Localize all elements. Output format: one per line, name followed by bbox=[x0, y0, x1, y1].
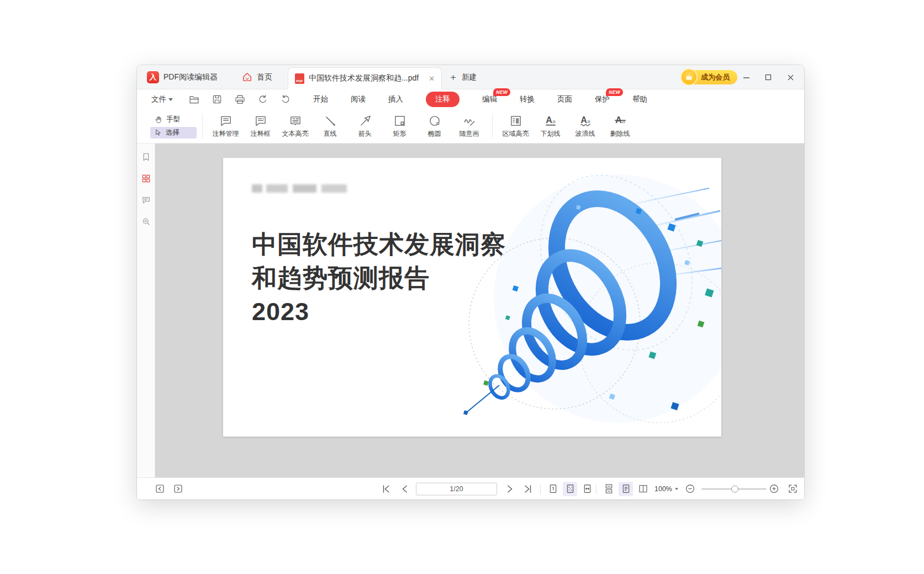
new-tab-button[interactable]: ＋ 新建 bbox=[448, 71, 477, 83]
redo-icon[interactable] bbox=[280, 94, 291, 105]
app-window: 入 PDF阅读编辑器 首页 PDF 中国软件技术发展洞察和趋...pdf ✕ ＋… bbox=[137, 65, 804, 499]
tool-squiggly-line[interactable]: Aa 波浪线 bbox=[568, 114, 603, 139]
toolbar-divider bbox=[492, 114, 493, 139]
text-highlight-icon bbox=[288, 114, 303, 128]
quick-actions bbox=[188, 94, 291, 105]
actual-size-icon[interactable] bbox=[546, 482, 560, 496]
last-page-icon[interactable] bbox=[521, 482, 535, 496]
underline-icon: Aa bbox=[543, 114, 558, 128]
zoom-level-value: 100% bbox=[654, 485, 672, 493]
caret-down-icon bbox=[168, 98, 173, 101]
menu-item-pages[interactable]: 页面 bbox=[557, 94, 572, 104]
select-tool[interactable]: 选择 bbox=[150, 127, 197, 139]
pdf-file-icon: PDF bbox=[295, 73, 304, 84]
comment-panel-icon[interactable] bbox=[141, 195, 151, 205]
tab-bar: 入 PDF阅读编辑器 首页 PDF 中国软件技术发展洞察和趋...pdf ✕ ＋… bbox=[137, 65, 804, 89]
maximize-icon[interactable] bbox=[761, 70, 775, 84]
tab-home[interactable]: 首页 bbox=[234, 65, 280, 89]
comment-manage-icon bbox=[219, 114, 233, 128]
prev-view-icon[interactable] bbox=[152, 482, 167, 496]
select-tool-label: 选择 bbox=[166, 128, 179, 137]
save-icon[interactable] bbox=[212, 94, 223, 105]
tool-area-highlight[interactable]: 区域高亮 bbox=[498, 114, 533, 139]
statusbar-divider bbox=[540, 484, 541, 494]
tool-line[interactable]: 直线 bbox=[313, 114, 347, 139]
tool-comment-box[interactable]: 注释框 bbox=[243, 114, 278, 139]
fit-width-icon[interactable] bbox=[580, 482, 594, 496]
home-icon bbox=[242, 72, 252, 82]
pdf-page[interactable]: 中国软件技术发展洞察 和趋势预测报告 2023 bbox=[223, 158, 721, 437]
hand-tool[interactable]: 手型 bbox=[150, 114, 197, 125]
menu-items: 开始 阅读 插入 注释 编辑 NEW 转换 页面 保护 NEW 帮助 bbox=[313, 92, 647, 107]
zoom-slider-handle[interactable] bbox=[731, 485, 738, 492]
tool-underline[interactable]: Aa 下划线 bbox=[533, 114, 568, 139]
area-highlight-icon bbox=[509, 114, 523, 128]
menu-item-start[interactable]: 开始 bbox=[313, 94, 328, 104]
tool-arrow[interactable]: 箭头 bbox=[347, 114, 382, 139]
tool-ellipse[interactable]: 椭圆 bbox=[417, 114, 452, 139]
svg-text:A: A bbox=[580, 115, 587, 125]
tool-rectangle[interactable]: 矩形 bbox=[382, 114, 417, 139]
menu-item-annotate[interactable]: 注释 bbox=[426, 92, 460, 107]
print-icon[interactable] bbox=[234, 94, 246, 105]
tool-strikethrough[interactable]: Aa 删除线 bbox=[603, 114, 637, 139]
zoom-slider[interactable] bbox=[701, 488, 767, 490]
strikethrough-icon: Aa bbox=[613, 114, 627, 128]
minimize-icon[interactable] bbox=[739, 70, 753, 84]
tool-comment-manage[interactable]: 注释管理 bbox=[208, 114, 243, 139]
menu-bar: 文件 开始 阅读 插入 注释 编辑 bbox=[137, 89, 804, 109]
crown-icon bbox=[680, 68, 698, 86]
new-badge: NEW bbox=[606, 88, 623, 96]
freehand-icon bbox=[462, 114, 477, 128]
next-view-icon[interactable] bbox=[171, 482, 185, 496]
status-bar: 100% bbox=[137, 477, 804, 499]
tool-freehand[interactable]: 随意画 bbox=[452, 114, 487, 139]
statusbar-divider bbox=[596, 484, 596, 494]
close-icon[interactable] bbox=[783, 70, 798, 84]
two-page-view-icon[interactable] bbox=[636, 482, 650, 496]
bookmark-icon[interactable] bbox=[141, 152, 151, 162]
arrow-icon bbox=[358, 114, 372, 128]
svg-text:A: A bbox=[615, 115, 622, 125]
cursor-icon bbox=[154, 129, 162, 137]
app-title: PDF阅读编辑器 bbox=[163, 72, 218, 82]
document-viewport[interactable]: 中国软件技术发展洞察 和趋势预测报告 2023 bbox=[155, 144, 804, 477]
member-button[interactable]: 成为会员 bbox=[683, 70, 737, 84]
search-icon[interactable] bbox=[141, 217, 151, 226]
hand-icon bbox=[154, 115, 163, 124]
close-tab-icon[interactable]: ✕ bbox=[429, 75, 435, 83]
zoom-out-icon[interactable] bbox=[683, 482, 697, 496]
page-number-input[interactable] bbox=[416, 482, 497, 495]
zoom-in-icon[interactable] bbox=[767, 482, 781, 496]
rectangle-icon bbox=[393, 114, 407, 128]
open-file-icon[interactable] bbox=[188, 94, 200, 105]
menu-item-read[interactable]: 阅读 bbox=[351, 94, 366, 104]
prev-page-icon[interactable] bbox=[398, 482, 412, 496]
thumbnail-grid-icon[interactable] bbox=[141, 174, 151, 183]
fit-page-icon[interactable] bbox=[563, 482, 577, 496]
file-menu[interactable]: 文件 bbox=[151, 94, 173, 104]
undo-icon[interactable] bbox=[257, 94, 268, 105]
zoom-level-select[interactable]: 100% bbox=[654, 485, 678, 493]
tool-text-highlight[interactable]: 文本高亮 bbox=[278, 114, 313, 139]
next-page-icon[interactable] bbox=[503, 482, 517, 496]
line-icon bbox=[323, 114, 337, 128]
menu-item-protect[interactable]: 保护 NEW bbox=[595, 94, 610, 104]
hand-tool-label: 手型 bbox=[166, 115, 180, 124]
ellipse-icon bbox=[427, 114, 442, 128]
spiral-cone-graphic bbox=[223, 158, 721, 437]
first-page-icon[interactable] bbox=[379, 482, 393, 496]
pointer-mode-group: 手型 选择 bbox=[150, 114, 197, 139]
app-logo-tab[interactable]: 入 PDF阅读编辑器 bbox=[139, 65, 225, 89]
menu-item-edit[interactable]: 编辑 NEW bbox=[482, 94, 497, 104]
menu-item-convert[interactable]: 转换 bbox=[520, 94, 535, 104]
new-tab-label: 新建 bbox=[462, 72, 477, 82]
file-menu-label: 文件 bbox=[151, 94, 166, 104]
single-page-view-icon[interactable] bbox=[619, 482, 633, 496]
document-tab-title: 中国软件技术发展洞察和趋...pdf bbox=[309, 73, 419, 83]
continuous-view-icon[interactable] bbox=[601, 482, 616, 496]
menu-item-help[interactable]: 帮助 bbox=[632, 94, 647, 104]
menu-item-insert[interactable]: 插入 bbox=[388, 94, 403, 104]
tab-document[interactable]: PDF 中国软件技术发展洞察和趋...pdf ✕ bbox=[288, 67, 442, 89]
fullscreen-icon[interactable] bbox=[785, 482, 800, 496]
